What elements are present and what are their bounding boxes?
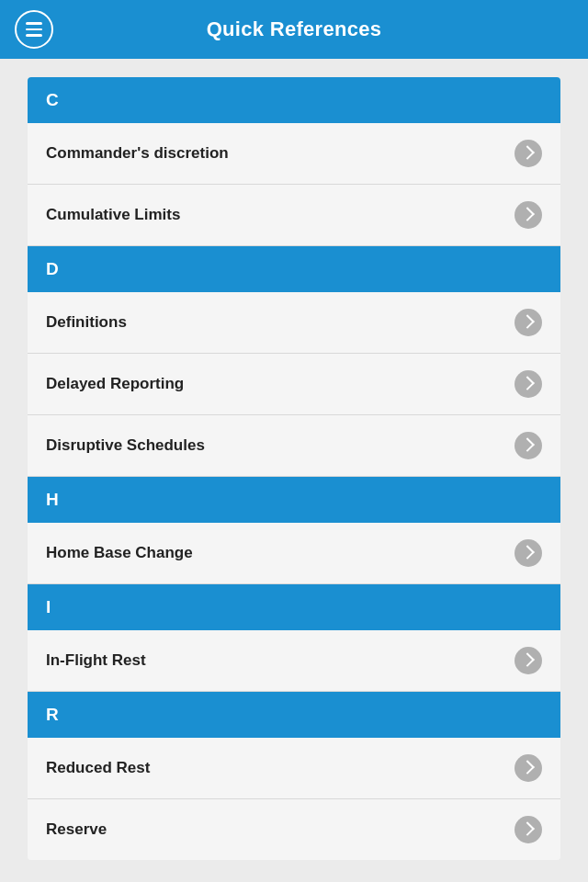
section-header-h: H <box>28 477 560 523</box>
list-item[interactable]: Reduced Rest <box>28 738 560 799</box>
item-label: Commander's discretion <box>46 144 229 163</box>
chevron-right-icon <box>514 309 542 336</box>
hamburger-icon <box>26 22 42 25</box>
hamburger-icon <box>26 34 42 37</box>
section-header-i: I <box>28 584 560 630</box>
list-item[interactable]: Reserve <box>28 799 560 860</box>
section-header-c: C <box>28 77 560 123</box>
section-header-r: R <box>28 692 560 738</box>
page-title: Quick References <box>207 17 382 41</box>
item-label: Reduced Rest <box>46 759 150 777</box>
item-label: Delayed Reporting <box>46 375 184 393</box>
list-item[interactable]: Disruptive Schedules <box>28 415 560 477</box>
list-item[interactable]: In-Flight Rest <box>28 630 560 692</box>
list-item[interactable]: Commander's discretion <box>28 123 560 185</box>
hamburger-icon <box>26 28 42 31</box>
list-item[interactable]: Definitions <box>28 292 560 354</box>
chevron-right-icon <box>514 816 542 843</box>
app-header: Quick References <box>0 0 588 59</box>
item-label: Cumulative Limits <box>46 206 180 224</box>
list-item[interactable]: Home Base Change <box>28 523 560 584</box>
section-header-d: D <box>28 246 560 292</box>
chevron-right-icon <box>514 370 542 398</box>
chevron-right-icon <box>514 539 542 567</box>
menu-button[interactable] <box>15 10 53 49</box>
chevron-right-icon <box>514 140 542 167</box>
chevron-right-icon <box>514 432 542 459</box>
chevron-right-icon <box>514 754 542 782</box>
item-label: Reserve <box>46 820 107 839</box>
item-label: Disruptive Schedules <box>46 436 205 455</box>
item-label: Home Base Change <box>46 544 193 562</box>
chevron-right-icon <box>514 201 542 229</box>
list-item[interactable]: Cumulative Limits <box>28 185 560 246</box>
item-label: Definitions <box>46 313 127 332</box>
quick-references-list: CCommander's discretionCumulative Limits… <box>28 77 560 860</box>
chevron-right-icon <box>514 647 542 674</box>
item-label: In-Flight Rest <box>46 651 146 670</box>
list-item[interactable]: Delayed Reporting <box>28 354 560 415</box>
content-area: CCommander's discretionCumulative Limits… <box>0 59 588 882</box>
